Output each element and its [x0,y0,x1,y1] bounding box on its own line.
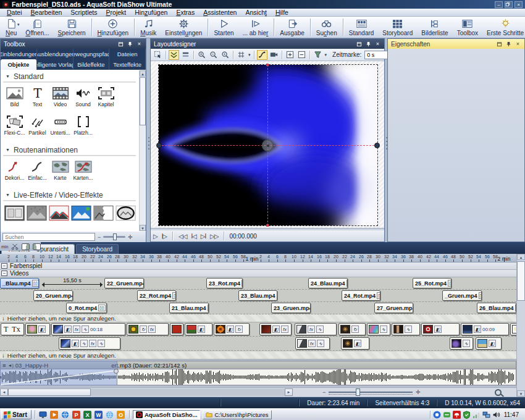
pin-icon[interactable] [365,41,372,48]
menu-item-projekt[interactable]: Projekt [102,9,131,16]
timeline-vscrollbar[interactable]: ▲ ▼ [516,254,525,397]
toolbar-button-suchen[interactable]: Suchen [312,17,342,37]
clip-25-rot-mp4[interactable]: 25_Rot.mp4▯▯ [413,278,452,288]
clip-0-rot-mp4[interactable]: 0_Rot.mp4▯▯[ [66,303,107,313]
clip-24-rot-mp4[interactable]: 24_Rot.mp4▯▯ [342,290,380,301]
taskbar-button-c-users-hp-pictures[interactable]: C:\Users\hp\Pictures [203,410,271,419]
scroll-up-icon[interactable]: ▲ [517,254,525,260]
pin-icon[interactable] [127,41,133,48]
fast-forward-button[interactable]: ▷▷ [210,233,218,240]
fade-out-icon[interactable] [33,243,41,250]
search-input[interactable] [2,233,95,241]
scroll-down-icon[interactable]: ▼ [517,390,525,397]
zoom-fit-icon[interactable] [220,50,230,60]
select-tool-icon[interactable] [153,50,163,60]
tab-objekte[interactable]: Objekte [1,59,37,70]
restore-panel-icon[interactable] [356,41,363,48]
restore-button[interactable] [505,1,513,8]
start-button[interactable]: Start [1,410,32,419]
filter-icon[interactable] [313,50,323,60]
timeline-clip-chip[interactable]: ◧ [341,337,369,350]
restore-panel-icon[interactable] [496,41,503,48]
timeline-clip-chip[interactable]: ◧fx∿00:18 [51,323,125,335]
timeline-clip-chip[interactable]: ◧ [421,323,460,335]
clip-27-gruen-mp4[interactable]: 27_Gruen.mp4[ [374,303,413,313]
timeline-zoom-slider[interactable] [329,392,413,393]
slider-thumb[interactable] [356,388,360,396]
clip-23-gruen-mp4[interactable]: 23_Gruen.mp4[ [271,303,311,313]
right-handle[interactable] [374,143,380,148]
restore-panel-icon[interactable] [117,41,124,48]
grid-icon[interactable] [236,50,246,60]
zoom-out-small-icon[interactable]: − [98,234,101,240]
timeline-clip-chip[interactable]: ∿ [450,337,473,350]
hscroll-thumb[interactable] [8,388,91,396]
timeline-clip-chip[interactable]: ◧ [185,323,212,335]
toolbox-item-platzh[interactable]: Platzh... [72,114,94,142]
canvas-area[interactable] [151,61,384,228]
toolbox-item-fx-vignette-icon[interactable] [114,204,136,222]
toolbox-item-fx-frame-icon[interactable] [3,204,25,222]
toolbox-scrollbar[interactable]: ▲ ▼ [139,70,145,231]
timeline-clip-chip[interactable] [170,323,183,335]
timeline-clip-chip[interactable]: ◧↻ [214,323,250,335]
thumbnail-size-slider[interactable] [103,236,125,238]
toolbar-button-einstellungen[interactable]: Einstellungen [161,17,206,37]
clip-20-gruen-mp4[interactable]: 20_Gruen.mp4[ [33,290,73,301]
tab-dateien[interactable]: Dateien [109,49,146,59]
toolbox-item-text[interactable]: TText [26,85,49,114]
clip-22-gruen-mp4[interactable]: 22_Gruen.mp4[ [104,278,144,288]
collapse-icon[interactable]: − [1,271,7,276]
menu-item-scriptlets[interactable]: Scriptlets [66,9,101,16]
toolbox-item-karten[interactable]: Karten... [72,159,94,187]
add-box-icon[interactable] [285,50,295,60]
toolbox-item-einfac[interactable]: Einfac... [26,159,49,187]
reveal-icon[interactable] [169,50,179,60]
timeline-clip-chip[interactable]: ◧∿fx∿ [59,337,120,350]
tab-bewegungspfade[interactable]: Bewegungspfade [74,49,110,59]
toolbar-button-ab-hier[interactable]: ... ab hier [238,17,273,37]
toolbar-button-musik[interactable]: Musik [136,17,161,37]
menu-item-ansicht[interactable]: Ansicht [241,9,271,16]
clip-blau-mp4[interactable]: _Blau.mp4▯▯ [0,278,39,288]
scissors-icon[interactable] [11,243,19,250]
remove-box-icon[interactable] [296,50,307,60]
toolbar-button-speichern[interactable]: Speichern [54,17,90,37]
zoom-in-icon[interactable] [196,50,207,60]
clip-26-blau-mp4[interactable]: 26_Blau.mp4▯▯ [477,303,516,313]
track-group-farbenspiel[interactable]: − Farbenspiel [0,262,516,270]
timeline-clip-chip[interactable]: ◧00:09 [461,323,509,335]
track-group-videos[interactable]: − Videos [0,270,516,277]
toolbar-button-ausgabe[interactable]: Ausgabe [275,17,308,37]
scroll-up-icon[interactable]: ▲ [140,70,146,77]
toolbar-button-neu[interactable]: Neu▾ [1,17,21,37]
zoom-in-small-icon[interactable]: ✛ [128,234,133,240]
toolbox-item-bild[interactable]: Bild [3,85,26,114]
clip-24-blau-mp4[interactable]: 24_Blau.mp4▯▯ [308,278,348,288]
minimize-button[interactable]: – [495,1,503,8]
toolbox-item-karte[interactable]: Karte [49,159,72,187]
toolbox-item-fx-blue-icon[interactable] [70,204,92,222]
section-header-routenanimationen[interactable]: ▼Routenanimationen [2,145,138,155]
timeline-clip-chip[interactable]: ◧ [25,323,50,335]
close-panel-icon[interactable]: × [374,41,381,48]
toolbar-button-standard[interactable]: Standard [345,17,379,37]
magnifier-icon[interactable] [495,389,502,396]
scroll-right-icon[interactable]: ► [285,388,293,396]
left-handle[interactable] [156,143,162,148]
toolbox-item-unterti[interactable]: Unterti... [49,114,72,142]
rewind-button[interactable]: ◁◁ [178,233,187,240]
clip-22-rot-mp4[interactable]: 22_Rot.mp4▯▯ [137,290,176,301]
path-icon[interactable] [257,50,267,60]
toolbar-button-öffnen[interactable]: Öffnen... [21,17,53,37]
track-menu-icon[interactable]: ≡ [2,362,6,369]
toolbox-item-flexi-c[interactable]: Flexi-C... [3,114,26,142]
zoom-in-small-icon[interactable]: ✛ [416,389,421,395]
collapse-icon[interactable]: − [1,263,7,269]
toolbar-button-erste-schritte[interactable]: Erste Schritte [482,17,525,37]
close-panel-icon[interactable]: × [136,41,143,48]
timeline-clip-chip[interactable]: fx∿ [295,323,337,335]
tracks-icon[interactable] [180,50,191,60]
fade-in-icon[interactable] [22,243,30,250]
zoom-out-icon[interactable] [208,50,219,60]
